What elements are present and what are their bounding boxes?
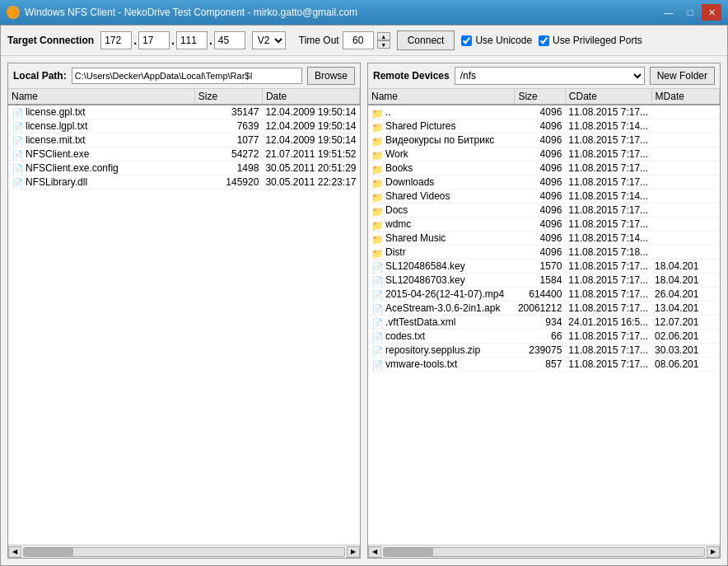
folder-icon: 📁 [371, 234, 383, 244]
remote-file-mdate [651, 232, 719, 246]
table-row[interactable]: 📁Видеокурсы по Битрикс 4096 11.08.2015 7… [368, 133, 720, 147]
file-icon: 📄 [371, 290, 383, 300]
remote-file-name: 📁wdmc [368, 218, 515, 232]
new-folder-button[interactable]: New Folder [650, 67, 715, 85]
local-col-size[interactable]: Size [194, 89, 262, 105]
folder-icon: 📁 [371, 248, 383, 258]
table-row[interactable]: 📄2015-04-26(12-41-07).mp4 614400 11.08.2… [368, 288, 720, 302]
remote-file-size: 1584 [515, 274, 565, 288]
remote-file-size: 4096 [515, 203, 565, 218]
local-scroll-left[interactable]: ◀ [8, 546, 21, 558]
local-scrollbar[interactable]: ◀ ▶ [8, 545, 360, 558]
remote-col-cdate[interactable]: CDate [565, 89, 651, 105]
remote-file-name: 📁Docs [368, 203, 515, 218]
table-row[interactable]: 📁Docs 4096 11.08.2015 7:17... [368, 203, 720, 218]
local-col-date[interactable]: Date [262, 89, 359, 105]
ip-field-1[interactable] [100, 31, 132, 49]
table-row[interactable]: 📄NFSLibrary.dll 145920 30.05.2011 22:23:… [8, 175, 360, 189]
local-file-name: 📄license.mit.txt [8, 133, 194, 147]
minimize-button[interactable]: — [659, 4, 679, 21]
remote-file-cdate: 11.08.2015 7:14... [565, 189, 651, 203]
file-icon: 📄 [12, 150, 23, 160]
remote-col-mdate[interactable]: MDate [651, 89, 719, 105]
remote-file-size: 4096 [515, 246, 565, 260]
remote-scrollbar[interactable]: ◀ ▶ [368, 545, 720, 558]
table-row[interactable]: 📄vmware-tools.txt 857 11.08.2015 7:17...… [368, 358, 720, 372]
target-connection-label: Target Connection [7, 35, 94, 46]
table-row[interactable]: 📄codes.txt 66 11.08.2015 7:17... 02.06.2… [368, 330, 720, 344]
remote-file-name: 📁Shared Videos [368, 189, 515, 203]
table-row[interactable]: 📄AceStream-3.0.6-2in1.apk 20061212 11.08… [368, 302, 720, 316]
local-panel: Local Path: Browse Name Size Date 📄licen… [7, 63, 361, 559]
remote-file-cdate: 11.08.2015 7:17... [565, 274, 651, 288]
file-icon: 📄 [371, 276, 383, 286]
table-row[interactable]: 📁Shared Music 4096 11.08.2015 7:14... [368, 232, 720, 246]
local-col-name[interactable]: Name [8, 89, 194, 105]
remote-col-name[interactable]: Name [368, 89, 515, 105]
browse-button[interactable]: Browse [307, 67, 355, 85]
remote-file-size: 614400 [515, 288, 565, 302]
file-icon: 📄 [371, 332, 383, 342]
remote-file-size: 934 [515, 316, 565, 330]
remote-file-name: 📄SL120486703.key [368, 274, 515, 288]
remote-scroll-right[interactable]: ▶ [707, 546, 720, 558]
table-row[interactable]: 📄license.gpl.txt 35147 12.04.2009 19:50:… [8, 105, 360, 119]
remote-file-size: 1570 [515, 260, 565, 274]
remote-file-table: Name Size CDate MDate 📁.. 4096 11.08.201… [368, 89, 720, 545]
local-file-date: 12.04.2009 19:50:14 [262, 119, 359, 133]
remote-file-size: 4096 [515, 232, 565, 246]
ip-field-4[interactable] [214, 31, 245, 49]
local-path-input[interactable] [72, 68, 302, 84]
table-row[interactable]: 📄NFSClient.exe.config 1498 30.05.2011 20… [8, 161, 360, 175]
table-row[interactable]: 📄NFSClient.exe 54272 21.07.2011 19:51:52 [8, 147, 360, 161]
remote-file-name: 📁Downloads [368, 175, 515, 189]
table-row[interactable]: 📄SL120486584.key 1570 11.08.2015 7:17...… [368, 260, 720, 274]
folder-icon: 📁 [371, 178, 383, 188]
use-privileged-checkbox[interactable] [539, 35, 549, 46]
table-row[interactable]: 📄repository.sepplus.zip 239075 11.08.201… [368, 344, 720, 358]
timeout-up[interactable]: ▲ [377, 32, 390, 40]
local-path-label: Local Path: [13, 70, 67, 82]
connect-button[interactable]: Connect [397, 30, 455, 50]
table-row[interactable]: 📁wdmc 4096 11.08.2015 7:17... [368, 218, 720, 232]
local-hscroll-thumb[interactable] [24, 548, 73, 556]
remote-file-name: 📄2015-04-26(12-41-07).mp4 [368, 288, 515, 302]
timeout-input[interactable] [343, 31, 374, 49]
use-unicode-checkbox[interactable] [461, 35, 472, 46]
local-file-name: 📄NFSLibrary.dll [8, 175, 194, 189]
timeout-down[interactable]: ▼ [377, 40, 390, 49]
folder-icon: 📁 [371, 206, 383, 216]
table-row[interactable]: 📁Shared Pictures 4096 11.08.2015 7:14... [368, 119, 720, 133]
table-row[interactable]: 📄SL120486703.key 1584 11.08.2015 7:17...… [368, 274, 720, 288]
remote-scroll-left[interactable]: ◀ [368, 546, 381, 558]
table-row[interactable]: 📁Downloads 4096 11.08.2015 7:17... [368, 175, 720, 189]
title-bar: 🔶 Windows NFS Client - NekoDrive Test Co… [0, 0, 728, 25]
maximize-button[interactable]: □ [680, 4, 700, 21]
table-row[interactable]: 📁Work 4096 11.08.2015 7:17... [368, 147, 720, 161]
table-row[interactable]: 📁Distr 4096 11.08.2015 7:18... [368, 246, 720, 260]
table-row[interactable]: 📄.vftTestData.xml 934 24.01.2015 16:5...… [368, 316, 720, 330]
remote-hscroll-thumb[interactable] [384, 548, 433, 556]
timeout-spinner[interactable]: ▲ ▼ [377, 32, 390, 49]
local-scroll-right[interactable]: ▶ [347, 546, 360, 558]
content-area: Local Path: Browse Name Size Date 📄licen… [1, 56, 727, 565]
local-hscroll-track[interactable] [23, 547, 345, 557]
table-row[interactable]: 📄license.lgpl.txt 7639 12.04.2009 19:50:… [8, 119, 360, 133]
remote-hscroll-track[interactable] [383, 547, 705, 557]
table-row[interactable]: 📁Shared Videos 4096 11.08.2015 7:14... [368, 189, 720, 203]
close-button[interactable]: ✕ [702, 4, 721, 21]
table-row[interactable]: 📄license.mit.txt 1077 12.04.2009 19:50:1… [8, 133, 360, 147]
version-select[interactable]: V2 V3 V4 [252, 31, 286, 49]
remote-file-cdate: 11.08.2015 7:17... [565, 358, 651, 372]
remote-file-name: 📁Видеокурсы по Битрикс [368, 133, 515, 147]
remote-file-mdate [651, 189, 719, 203]
ip-field-3[interactable] [176, 31, 208, 49]
remote-file-cdate: 11.08.2015 7:17... [565, 147, 651, 161]
table-row[interactable]: 📁.. 4096 11.08.2015 7:17... [368, 105, 720, 119]
local-file-size: 35147 [194, 105, 262, 119]
remote-path-select[interactable]: /nfs [455, 67, 645, 85]
table-row[interactable]: 📁Books 4096 11.08.2015 7:17... [368, 161, 720, 175]
remote-col-size[interactable]: Size [515, 89, 565, 105]
connection-bar: Target Connection . . . V2 V3 V4 Time Ou… [1, 26, 727, 56]
ip-field-2[interactable] [138, 31, 170, 49]
